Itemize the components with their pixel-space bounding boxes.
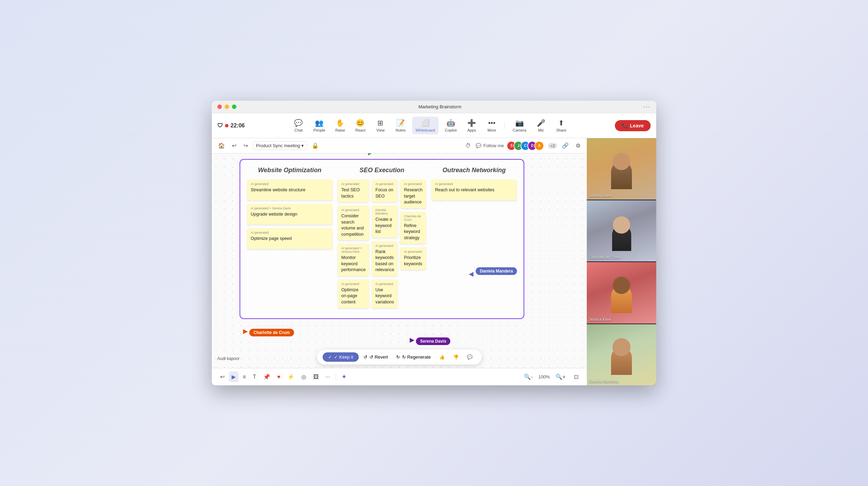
card-label: AI generated [435, 182, 513, 186]
card-monitor[interactable]: AI generated + Jessica Kline Monitor key… [338, 244, 369, 276]
react-button[interactable]: 😊 React [352, 117, 369, 134]
undo-tool[interactable]: ↩ [217, 371, 227, 382]
card-streamline[interactable]: AI generated Streamline website structur… [247, 179, 332, 200]
shapes-tool[interactable]: ◎ [299, 371, 309, 382]
video-tile-jessica[interactable]: Jessica Kline [587, 262, 656, 324]
card-label: AI generated [375, 244, 394, 248]
notes-button[interactable]: 📝 Notes [392, 117, 409, 134]
whiteboard-button[interactable]: ⬜ Whiteboard [412, 117, 439, 134]
copilot-label: Copilot [445, 128, 457, 132]
text-tool[interactable]: T [250, 372, 259, 382]
card-label: AI generated [251, 182, 329, 186]
whiteboard-icon: ⬜ [421, 119, 430, 127]
chat-icon: 💬 [294, 119, 303, 127]
card-keyword-list[interactable]: Daniela Mandera Create a keyword list [372, 206, 398, 238]
card-test-seo[interactable]: AI generated Test SEO tactics [338, 179, 369, 202]
people-button[interactable]: 👥 People [310, 117, 329, 134]
card-rank-keywords[interactable]: AI generated Rank keywords based on rele… [372, 241, 398, 276]
meeting-name-dropdown[interactable]: Product Sync meeting ▾ [253, 141, 307, 150]
redo-button[interactable]: ↪ [241, 141, 250, 150]
chat-label: Chat [294, 128, 302, 132]
maximize-button[interactable] [232, 104, 236, 109]
charlotte-cursor: ▶ Charlotte de Crum [243, 327, 248, 335]
card-text: Research target audience [404, 187, 423, 206]
thumbs-up-button[interactable]: 👍 [436, 352, 448, 362]
card-text: Consider search volume and competition [341, 213, 366, 237]
image-tool[interactable]: 🖼 [310, 372, 322, 382]
leave-button[interactable]: 📞 Leave [615, 120, 651, 131]
timer-icon[interactable]: ⏱ [463, 141, 473, 150]
serena-cursor: ▶ Serena Davis [410, 336, 415, 344]
share-label: Share [556, 128, 566, 132]
home-button[interactable]: 🏠 [216, 141, 227, 150]
card-consider[interactable]: AI generated Consider search volume and … [338, 206, 369, 240]
chat-button[interactable]: 💬 Chat [290, 117, 307, 134]
feedback-button[interactable]: 💬 [464, 352, 476, 362]
select-tool[interactable]: ▶ [229, 371, 239, 382]
chevron-down-icon: ▾ [301, 143, 304, 148]
view-label: View [376, 128, 385, 132]
card-prioritize[interactable]: AI generated Prioritize keywords [400, 247, 426, 270]
whiteboard-canvas[interactable]: 🏠 ↩ ↪ Product Sync meeting ▾ 🔒 ⏱ 💬 Follo… [212, 138, 587, 385]
card-text: Optimize on-page content [341, 287, 366, 305]
avatar-5: A [534, 141, 544, 151]
keep-button[interactable]: ✓ ✓ Keep it [323, 352, 359, 362]
card-upgrade[interactable]: AI generated + Serena Davis Upgrade webs… [247, 204, 332, 225]
sticky-tool[interactable]: 📌 [260, 371, 273, 382]
card-refine[interactable]: Charlotte de Crum Refine keyword strateg… [400, 212, 426, 244]
format-tool[interactable]: ≡ [240, 372, 249, 382]
zoom-level: 100% [538, 374, 550, 379]
more-tools[interactable]: ··· [323, 372, 333, 382]
recording-indicator [225, 124, 228, 127]
mic-button[interactable]: 🎤 Mic [533, 117, 550, 134]
view-button[interactable]: ⊞ View [372, 117, 389, 134]
card-reach-out[interactable]: AI generated Reach out to relevant websi… [432, 179, 517, 200]
video-tile-serena[interactable]: Serena Davis [587, 138, 656, 200]
close-button[interactable] [217, 104, 222, 109]
copilot-tool[interactable]: ⚡ [285, 371, 297, 382]
video-tile-charlotte[interactable]: Charlotte de Crum [587, 200, 656, 262]
whiteboard-nav: 🏠 ↩ ↪ Product Sync meeting ▾ 🔒 ⏱ 💬 Follo… [212, 138, 587, 153]
share-icon: ⬆ [558, 119, 564, 127]
zoom-out-button[interactable]: 🔍- [521, 371, 535, 382]
apps-button[interactable]: ➕ Apps [463, 117, 480, 134]
camera-button[interactable]: 📷 Camera [509, 117, 529, 134]
lock-icon[interactable]: 🔒 [310, 141, 321, 150]
col-outreach: Outreach Networking AI generated Reach o… [432, 167, 517, 311]
ai-action-bar: ✓ ✓ Keep it ↺ ↺ Revert ↻ ↻ Regenerate 👍 … [317, 350, 482, 364]
card-optimize-page[interactable]: AI generated Optimize on-page content [338, 279, 369, 308]
window-menu[interactable]: ··· [643, 103, 651, 110]
react-label: React [356, 128, 366, 132]
whiteboard-label: Whiteboard [416, 128, 435, 132]
thumbs-down-button[interactable]: 👎 [450, 352, 462, 362]
nav-right: ⏱ 💬 Follow me S J C D A +2 🔗 ⚙ [463, 141, 583, 151]
video-tile-daniela[interactable]: Daniela Mandera [587, 324, 656, 386]
serena-label: Serena Davis [416, 337, 450, 345]
mic-label: Mic [538, 128, 544, 132]
settings-icon[interactable]: ⚙ [574, 141, 583, 150]
card-optimize-speed[interactable]: AI generated Optimize page speed [247, 228, 332, 249]
card-focus-seo[interactable]: AI generated Focus on SEO [372, 179, 398, 202]
col-title-outreach: Outreach Networking [432, 167, 517, 174]
card-text: Rank keywords based on relevance [375, 249, 394, 273]
regenerate-button[interactable]: ↻ ↻ Regenerate [393, 352, 434, 362]
copilot-button[interactable]: 🤖 Copilot [441, 117, 460, 134]
ai-tool[interactable]: ✦ [339, 371, 349, 382]
card-keyword-variations[interactable]: AI generated Use keyword variations [372, 279, 398, 308]
more-button[interactable]: ••• More [483, 117, 500, 134]
revert-button[interactable]: ↺ ↺ Revert [360, 352, 391, 362]
col-seo-execution: SEO Execution AI generated Test SEO tact… [338, 167, 426, 311]
daniela-cursor: ◀ Daniela Mandera [469, 270, 474, 278]
zoom-in-button[interactable]: 🔍+ [553, 371, 568, 382]
raise-button[interactable]: ✋ Raise [332, 117, 349, 134]
undo-button[interactable]: ↩ [230, 141, 239, 150]
fit-screen-button[interactable]: ⊡ [571, 371, 581, 382]
video-name-charlotte: Charlotte de Crum [589, 255, 620, 259]
react-tool[interactable]: ♥ [274, 372, 283, 382]
card-research[interactable]: AI generated Research target audience [400, 179, 426, 208]
card-label: AI generated [341, 208, 366, 212]
follow-me-button[interactable]: 💬 Follow me [476, 143, 504, 148]
share-button[interactable]: ⬆ Share [553, 117, 570, 134]
minimize-button[interactable] [225, 104, 229, 109]
share-link-icon[interactable]: 🔗 [560, 141, 571, 150]
